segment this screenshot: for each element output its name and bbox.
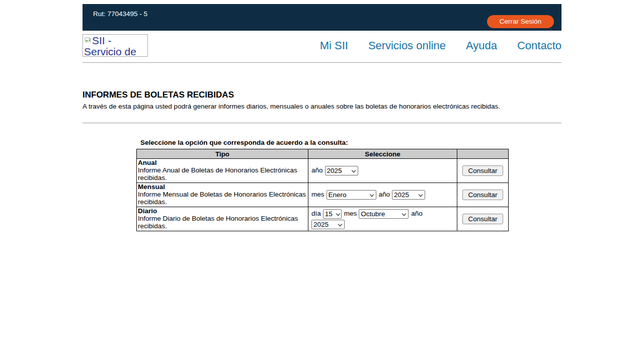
mensual-year-select-wrap: 2025: [392, 190, 425, 200]
header-tipo: Tipo: [137, 149, 308, 159]
mensual-select-cell: mesEneroaño2025: [308, 183, 457, 207]
site-header: SII - Servicio de Mi SII Servicios onlin…: [83, 34, 561, 57]
diario-month-select-wrap: Octubre: [359, 209, 409, 219]
main-nav: Mi SII Servicios online Ayuda Contacto: [320, 39, 561, 52]
report-row-anual: Anual Informe Anual de Boletas de Honora…: [137, 159, 509, 183]
diario-type-cell: Diario Informe Diario de Boletas de Hono…: [137, 207, 308, 231]
page-container: Rut: 77043495 - 5 Cerrar Sesión SII - Se…: [83, 4, 561, 231]
mensual-button-cell: Consultar: [457, 183, 509, 207]
anual-type-cell: Anual Informe Anual de Boletas de Honora…: [137, 159, 308, 183]
diario-month-label: mes: [344, 210, 357, 217]
diario-type-description: Informe Diario de Boletas de Honorarios …: [138, 215, 298, 230]
diario-type-label: Diario: [138, 207, 157, 215]
nav-link-contacto[interactable]: Contacto: [517, 39, 561, 52]
header-seleccione: Seleccione: [308, 149, 457, 159]
diario-day-select-wrap: 15: [323, 209, 342, 219]
broken-image-icon: [84, 37, 92, 44]
anual-year-select-wrap: 2025: [325, 166, 358, 175]
content-divider: [83, 123, 561, 123]
diario-day-label: día: [311, 210, 321, 217]
logo-image-placeholder[interactable]: SII - Servicio de: [83, 34, 148, 57]
nav-link-ayuda[interactable]: Ayuda: [466, 39, 497, 52]
report-row-diario: Diario Informe Diario de Boletas de Hono…: [137, 207, 509, 231]
anual-select-cell: año2025: [308, 159, 457, 183]
session-topbar: Rut: 77043495 - 5 Cerrar Sesión: [83, 4, 561, 31]
anual-consultar-button[interactable]: Consultar: [462, 165, 504, 176]
mensual-year-select[interactable]: 2025: [392, 190, 425, 200]
anual-type-label: Anual: [138, 159, 157, 166]
mensual-type-description: Informe Mensual de Boletas de Honorarios…: [138, 191, 306, 206]
rut-label: Rut: 77043495 - 5: [93, 10, 147, 18]
nav-link-mi-sii[interactable]: Mi SII: [320, 39, 348, 52]
logout-button[interactable]: Cerrar Sesión: [487, 15, 554, 28]
mensual-month-label: mes: [311, 191, 325, 198]
mensual-type-label: Mensual: [138, 183, 165, 191]
page-description: A través de esta página usted podrá gene…: [83, 103, 561, 110]
diario-selects-line1: día15mesOctubreaño: [311, 209, 456, 219]
table-header-row: Tipo Seleccione: [137, 149, 509, 159]
mensual-consultar-button[interactable]: Consultar: [462, 190, 504, 200]
mensual-month-select[interactable]: Enero: [327, 190, 376, 200]
diario-select-cell: día15mesOctubreaño 2025: [308, 207, 457, 231]
nav-link-servicios-online[interactable]: Servicios online: [368, 39, 446, 52]
page-title: INFORMES DE BOLETAS RECIBIDAS: [83, 90, 561, 100]
report-row-mensual: Mensual Informe Mensual de Boletas de Ho…: [137, 183, 509, 207]
reports-table: Tipo Seleccione Anual Informe Anual de B…: [136, 149, 509, 231]
mensual-year-label: año: [379, 191, 390, 198]
anual-year-select[interactable]: 2025: [325, 166, 358, 175]
anual-type-description: Informe Anual de Boletas de Honorarios E…: [138, 166, 297, 182]
anual-year-label: año: [311, 166, 323, 174]
diario-month-select[interactable]: Octubre: [359, 209, 409, 219]
diario-year-select-wrap: 2025: [311, 220, 345, 229]
diario-button-cell: Consultar: [457, 207, 509, 231]
diario-selects-line2: 2025: [311, 220, 456, 229]
logo-alt-text: SII - Servicio de: [84, 35, 136, 57]
anual-button-cell: Consultar: [457, 159, 509, 183]
header-divider: [83, 62, 561, 63]
diario-year-select[interactable]: 2025: [311, 220, 345, 229]
selection-prompt: Seleccione la opción que corresponda de …: [140, 139, 561, 146]
diario-day-select[interactable]: 15: [323, 209, 342, 219]
diario-consultar-button[interactable]: Consultar: [462, 214, 504, 224]
header-empty: [457, 149, 509, 159]
diario-year-label: año: [411, 210, 423, 217]
mensual-type-cell: Mensual Informe Mensual de Boletas de Ho…: [137, 183, 308, 207]
mensual-month-select-wrap: Enero: [327, 190, 376, 200]
